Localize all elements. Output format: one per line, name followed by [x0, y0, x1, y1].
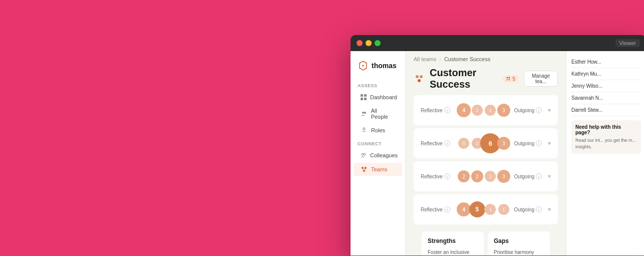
- team-member-1[interactable]: Esther How...: [571, 56, 641, 68]
- sidebar-item-teams-label: Teams: [371, 166, 387, 172]
- manage-team-button[interactable]: Manage tea...: [524, 71, 558, 87]
- browser-window: Viewer thomas ASSESS: [351, 35, 644, 255]
- score-rows-container: Reflective i 4 1 1: [406, 95, 566, 255]
- row-3-expand[interactable]: ▾: [548, 173, 551, 180]
- colleagues-icon: [361, 152, 367, 159]
- gaps-item-1: Prioritise harmony over addressing issue…: [494, 248, 544, 255]
- breadcrumb-current: Customer Success: [444, 56, 490, 62]
- row-4-expand[interactable]: ▾: [548, 206, 551, 213]
- score-row-3: Reflective i 2 2 1: [414, 161, 558, 191]
- svg-rect-1: [364, 94, 367, 97]
- svg-point-4: [362, 112, 364, 114]
- bubble-row1-val3: 1: [485, 105, 496, 116]
- strengths-title: Strengths: [428, 237, 478, 244]
- svg-rect-2: [361, 98, 363, 100]
- svg-point-17: [507, 77, 508, 79]
- thomas-logo-icon: [358, 60, 369, 71]
- bubble-row1-val4: 3: [497, 104, 510, 117]
- row-1-left-label: Reflective i: [421, 107, 456, 113]
- sidebar-item-all-people-label: All People: [371, 108, 395, 120]
- strengths-panel: Strengths Foster an inclusive environmen…: [422, 231, 484, 255]
- assess-section-label: ASSESS: [351, 79, 405, 90]
- sidebar-item-colleagues-label: Colleagues: [370, 152, 398, 158]
- reflective-info-icon-4[interactable]: i: [444, 206, 450, 212]
- reflective-info-icon-3[interactable]: i: [444, 173, 450, 179]
- outgoing-info-icon-2[interactable]: i: [536, 140, 542, 146]
- grid-icon: [361, 94, 367, 101]
- outgoing-info-icon-1[interactable]: i: [536, 107, 542, 113]
- row-2-scale: 0 1 6 3: [458, 133, 510, 153]
- row-4-right-label: Outgoing i: [512, 206, 542, 212]
- bubble-row3-val1: 2: [458, 170, 470, 182]
- score-row-1: Reflective i 4 1 1: [414, 95, 558, 125]
- bubble-row1-val2: 1: [472, 105, 483, 116]
- bottom-panels: Strengths Foster an inclusive environmen…: [414, 227, 558, 255]
- viewer-badge: Viewer: [615, 39, 640, 47]
- sidebar-item-roles[interactable]: Roles: [354, 124, 402, 137]
- reflective-info-icon-1[interactable]: i: [444, 107, 450, 113]
- outgoing-info-icon-3[interactable]: i: [536, 173, 542, 179]
- sidebar-item-colleagues[interactable]: Colleagues: [354, 149, 402, 162]
- svg-rect-0: [361, 94, 363, 97]
- team-member-4[interactable]: Savannah N...: [571, 92, 641, 104]
- bubble-row2-val4: 3: [497, 137, 510, 150]
- team-icon: [414, 73, 425, 84]
- bubble-row4-val3: 1: [485, 204, 496, 215]
- bubble-row3-val3: 1: [485, 171, 496, 182]
- bubble-row2-val1: 0: [458, 138, 469, 149]
- minimize-button-dot[interactable]: [366, 40, 372, 46]
- close-button-dot[interactable]: [357, 40, 363, 46]
- gaps-title: Gaps: [494, 237, 544, 244]
- main-content: All teams › Customer Success Customer Su…: [406, 51, 566, 255]
- bubble-row4-val4: 1: [498, 204, 509, 215]
- logo-area: thomas: [351, 57, 405, 79]
- svg-point-7: [362, 153, 364, 155]
- row-1-scale: 4 1 1 3: [458, 100, 510, 120]
- roles-icon: [361, 127, 368, 134]
- team-member-5[interactable]: Darrell Stew...: [571, 104, 641, 116]
- svg-point-15: [420, 75, 423, 78]
- row-3-scale: 2 2 1 3: [458, 166, 510, 186]
- row-1-expand[interactable]: ▾: [548, 107, 551, 114]
- team-member-2[interactable]: Kathryn Mu...: [571, 68, 641, 80]
- svg-point-6: [363, 128, 365, 130]
- connect-section-label: CONNECT: [351, 137, 405, 148]
- reflective-info-icon-2[interactable]: i: [444, 140, 450, 146]
- svg-point-11: [363, 170, 365, 172]
- app-body: thomas ASSESS Dashboard: [351, 51, 644, 255]
- svg-point-14: [416, 75, 419, 78]
- bubble-row1-val1: 4: [457, 103, 471, 117]
- bubble-row3-val2: 2: [471, 170, 483, 182]
- row-4-scale: 4 5 1 1: [458, 199, 510, 219]
- maximize-button-dot[interactable]: [375, 40, 381, 46]
- row-3-left-label: Reflective i: [421, 173, 456, 179]
- page-header: Customer Success 5 Manage tea...: [406, 65, 566, 95]
- breadcrumb: All teams › Customer Success: [406, 51, 566, 65]
- bubble-row3-val4: 3: [497, 170, 510, 183]
- score-row-2: Reflective i 0 1 6: [414, 128, 558, 158]
- row-1-right-label: Outgoing i: [512, 107, 542, 113]
- sidebar-item-all-people[interactable]: All People: [354, 105, 402, 123]
- page-title: Customer Success: [430, 67, 497, 90]
- sidebar-item-roles-label: Roles: [371, 127, 385, 133]
- team-member-badge: 5: [502, 75, 519, 83]
- bubble-row4-val2: 5: [469, 201, 485, 217]
- breadcrumb-parent[interactable]: All teams: [414, 56, 436, 62]
- team-member-3[interactable]: Jenny Wilso...: [571, 80, 641, 92]
- badge-count: 5: [512, 76, 515, 82]
- browser-chrome: Viewer: [351, 35, 644, 51]
- gaps-panel: Gaps Prioritise harmony over addressing …: [488, 231, 550, 255]
- svg-point-16: [418, 79, 421, 82]
- sidebar-item-dashboard-label: Dashboard: [370, 94, 397, 100]
- row-2-expand[interactable]: ▾: [548, 140, 551, 147]
- help-text: Read our int... you get the m... insight…: [575, 137, 637, 150]
- svg-point-5: [364, 112, 366, 114]
- outgoing-info-icon-4[interactable]: i: [536, 206, 542, 212]
- right-panel: Esther How... Kathryn Mu... Jenny Wilso.…: [566, 51, 644, 255]
- breadcrumb-separator: ›: [439, 56, 441, 62]
- row-3-right-label: Outgoing i: [512, 173, 542, 179]
- svg-point-18: [509, 77, 510, 79]
- svg-point-8: [364, 153, 366, 155]
- sidebar-item-teams[interactable]: Teams: [354, 163, 402, 176]
- sidebar-item-dashboard[interactable]: Dashboard: [354, 91, 402, 104]
